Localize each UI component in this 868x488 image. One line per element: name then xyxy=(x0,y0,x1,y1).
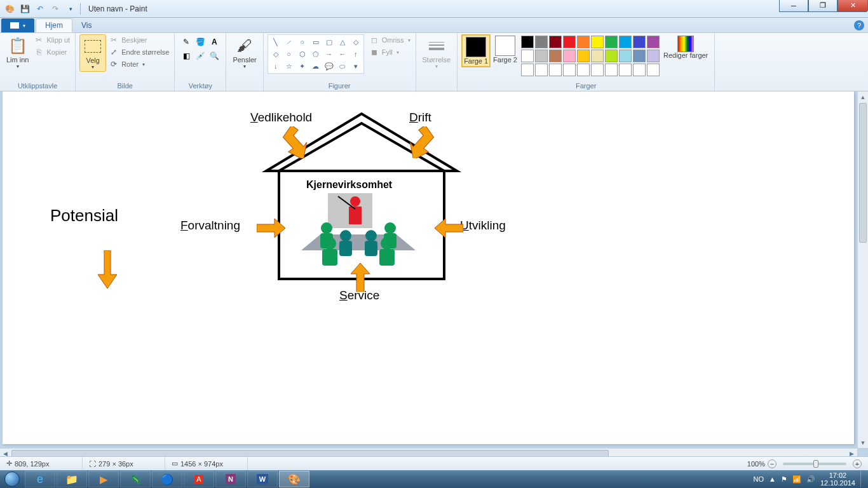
palette-color[interactable] xyxy=(521,50,534,62)
copy-button[interactable]: ⎘Kopier xyxy=(32,46,71,58)
palette-color[interactable] xyxy=(619,50,632,62)
palette-color[interactable] xyxy=(591,36,604,48)
qat-save-icon[interactable]: 💾 xyxy=(18,2,32,16)
tray-lang[interactable]: NO xyxy=(754,475,764,483)
size-button[interactable]: Størrelse ▾ xyxy=(420,34,454,71)
taskbar-mediaplayer[interactable]: ▶ xyxy=(88,471,119,487)
palette-color[interactable] xyxy=(647,36,660,48)
group-size: Størrelse ▾ xyxy=(416,33,458,91)
tray-network-icon[interactable]: 📶 xyxy=(792,475,801,484)
crop-button[interactable]: ✂Beskjær xyxy=(107,34,170,46)
palette-custom-slot[interactable] xyxy=(605,64,618,76)
tray-volume-icon[interactable]: 🔊 xyxy=(806,475,815,484)
palette-color[interactable] xyxy=(563,36,576,48)
taskbar-word[interactable]: W xyxy=(247,471,278,487)
palette-color[interactable] xyxy=(633,36,646,48)
taskbar-paint[interactable]: 🎨 xyxy=(279,471,309,487)
tab-home[interactable]: Hjem xyxy=(36,18,72,32)
palette-color[interactable] xyxy=(535,36,548,48)
text-tool[interactable]: A xyxy=(208,36,220,48)
palette-color[interactable] xyxy=(535,50,548,62)
select-button[interactable]: Velg ▾ xyxy=(79,34,106,72)
picker-tool[interactable]: 💉 xyxy=(194,50,207,62)
taskbar-onenote[interactable]: N xyxy=(215,471,246,487)
vscroll-thumb[interactable] xyxy=(859,103,867,243)
tab-view[interactable]: Vis xyxy=(72,18,100,32)
help-icon[interactable]: ? xyxy=(854,20,864,30)
palette-color[interactable] xyxy=(521,36,534,48)
tray-flag-icon[interactable]: ▲ xyxy=(769,475,776,483)
tray-clock[interactable]: 17:02 12.10.2014 xyxy=(820,471,855,487)
palette-custom-slot[interactable] xyxy=(535,64,548,76)
palette-color[interactable] xyxy=(591,50,604,62)
zoom-slider[interactable] xyxy=(783,463,846,465)
palette-color[interactable] xyxy=(577,50,590,62)
crop-icon: ✂ xyxy=(109,35,119,45)
fill-button[interactable]: ◼Fyll▾ xyxy=(368,46,412,58)
pencil-tool[interactable]: ✎ xyxy=(180,36,193,48)
close-button[interactable]: ✕ xyxy=(837,0,868,12)
arrow-utvikling xyxy=(435,219,463,238)
palette-custom-slot[interactable] xyxy=(563,64,576,76)
palette-color[interactable] xyxy=(549,50,562,62)
edit-colors-button[interactable]: Rediger farger xyxy=(661,34,710,60)
minimize-button[interactable]: ─ xyxy=(779,0,808,12)
tools-grid: ✎ 🪣 A ◧ 💉 🔍 xyxy=(179,34,222,64)
taskbar-chrome[interactable]: 🔵 xyxy=(152,471,182,487)
palette-custom-slot[interactable] xyxy=(521,64,534,76)
canvas[interactable]: Potensial Vedlikehold Drift Forvaltning … xyxy=(3,92,854,444)
rotate-button[interactable]: ⟳Roter▾ xyxy=(107,58,170,70)
palette-custom-slot[interactable] xyxy=(549,64,562,76)
arrow-vedlikehold xyxy=(282,126,308,158)
taskbar-ie[interactable]: e xyxy=(25,471,55,487)
cut-button[interactable]: ✂Klipp ut xyxy=(32,34,71,46)
palette-custom-slot[interactable] xyxy=(619,64,632,76)
palette-custom-slot[interactable] xyxy=(577,64,590,76)
resize-button[interactable]: ⤢Endre størrelse xyxy=(107,46,170,58)
palette-custom-slot[interactable] xyxy=(647,64,660,76)
brushes-button[interactable]: 🖌 Pensler ▾ xyxy=(230,34,259,71)
color1-swatch xyxy=(466,37,486,57)
palette-color[interactable] xyxy=(577,36,590,48)
palette-color[interactable] xyxy=(549,36,562,48)
scroll-up-icon[interactable]: ▲ xyxy=(858,92,868,102)
taskbar-explorer[interactable]: 📁 xyxy=(57,471,87,487)
drawing-content: Potensial Vedlikehold Drift Forvaltning … xyxy=(3,92,854,444)
file-menu[interactable] xyxy=(1,18,34,32)
vertical-scrollbar[interactable]: ▲ ▼ xyxy=(857,92,868,448)
scroll-down-icon[interactable]: ▼ xyxy=(858,437,868,448)
zoom-out-button[interactable]: − xyxy=(768,459,776,468)
maximize-button[interactable]: ❐ xyxy=(808,0,837,12)
color1-button[interactable]: Farge 1 xyxy=(461,34,491,67)
paste-button[interactable]: 📋 Lim inn ▾ xyxy=(4,34,31,71)
qat-redo-icon[interactable]: ↷ xyxy=(48,2,62,16)
start-button[interactable] xyxy=(0,470,24,488)
palette-custom-slot[interactable] xyxy=(633,64,646,76)
scissors-icon: ✂ xyxy=(34,35,44,45)
taskbar-app1[interactable]: 🦎 xyxy=(120,471,151,487)
qat-customize-icon[interactable]: ▾ xyxy=(64,2,78,16)
paint-app-icon[interactable]: 🎨 xyxy=(3,2,17,16)
palette-color[interactable] xyxy=(605,36,618,48)
palette-color[interactable] xyxy=(647,50,660,62)
palette-custom-slot[interactable] xyxy=(591,64,604,76)
show-desktop-button[interactable] xyxy=(860,471,865,487)
shapes-gallery[interactable]: ╲⟋○▭▢△◇ ◇○⬡⬠→←↑ ↓☆✦☁💬⬭▾ xyxy=(268,34,364,74)
palette-color[interactable] xyxy=(563,50,576,62)
tray-action-icon[interactable]: ⚑ xyxy=(781,475,787,484)
palette-color[interactable] xyxy=(633,50,646,62)
fill-tool[interactable]: 🪣 xyxy=(194,36,207,48)
qat-undo-icon[interactable]: ↶ xyxy=(33,2,47,16)
system-tray: NO ▲ ⚑ 📶 🔊 17:02 12.10.2014 xyxy=(754,471,868,487)
magnifier-tool[interactable]: 🔍 xyxy=(208,50,220,62)
taskbar-adobe[interactable]: A xyxy=(184,471,214,487)
palette-color[interactable] xyxy=(619,36,632,48)
palette-color[interactable] xyxy=(605,50,618,62)
outline-button[interactable]: ◻Omriss▾ xyxy=(368,34,412,46)
zoom-knob[interactable] xyxy=(813,460,818,468)
group-image: Velg ▾ ✂Beskjær ⤢Endre størrelse ⟳Roter▾… xyxy=(76,33,175,91)
color2-button[interactable]: Farge 2 xyxy=(491,34,520,65)
eraser-tool[interactable]: ◧ xyxy=(180,50,193,62)
zoom-in-button[interactable]: + xyxy=(853,459,862,468)
copy-icon: ⎘ xyxy=(34,47,44,57)
